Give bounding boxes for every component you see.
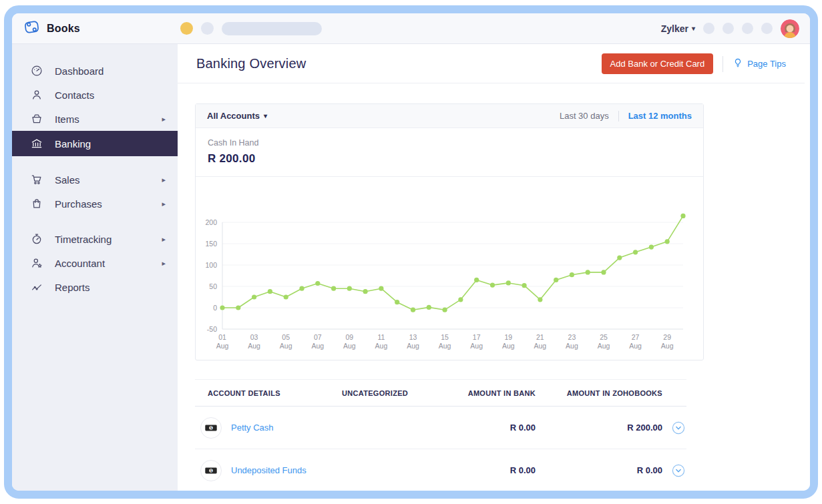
items-icon [30, 112, 43, 125]
svg-text:07: 07 [314, 333, 322, 341]
svg-text:15: 15 [441, 333, 449, 341]
chevron-right-icon: ▸ [162, 115, 166, 123]
amount-in-bank: R 0.00 [455, 465, 536, 475]
sidebar-item-reports[interactable]: Reports [12, 275, 178, 299]
topbar: Books Zylker ▾ [12, 13, 810, 44]
topbar-icon-placeholder[interactable] [703, 23, 714, 34]
chevron-right-icon: ▸ [162, 176, 166, 184]
accounts-table: ACCOUNT DETAILS UNCATEGORIZED AMOUNT IN … [195, 379, 686, 491]
contacts-icon [30, 88, 43, 101]
card-filter-bar: All Accounts ▾ Last 30 daysLast 12 month… [196, 104, 703, 128]
sidebar-item-label: Sales [55, 174, 162, 186]
account-cell: $Undeposited Funds [195, 460, 342, 481]
header-actions: Add Bank or Credit Card Page Tips [602, 53, 786, 74]
cash-summary-label: Cash In Hand [208, 138, 691, 148]
sidebar-item-label: Banking [55, 138, 166, 150]
topbar-right: Zylker ▾ [661, 19, 799, 38]
svg-text:Aug: Aug [502, 342, 515, 350]
svg-text:23: 23 [568, 333, 576, 341]
svg-text:Aug: Aug [470, 342, 483, 350]
svg-text:Aug: Aug [311, 342, 324, 350]
svg-text:Aug: Aug [534, 342, 547, 350]
page-title: Banking Overview [196, 56, 306, 71]
svg-text:Aug: Aug [343, 342, 356, 350]
svg-text:11: 11 [377, 333, 385, 341]
accountant-icon [30, 256, 43, 270]
svg-text:29: 29 [663, 333, 671, 341]
chevron-right-icon: ▸ [162, 235, 166, 244]
svg-text:01: 01 [218, 333, 226, 341]
svg-text:$: $ [210, 426, 212, 430]
topbar-search-pill[interactable] [222, 22, 322, 35]
brand: Books [23, 18, 80, 39]
sales-icon [30, 173, 43, 186]
account-cell: $Petty Cash [195, 417, 342, 439]
cash-summary-value: R 200.00 [208, 152, 691, 166]
sidebar-item-items[interactable]: Items▸ [12, 107, 178, 131]
sidebar-item-label: Reports [55, 282, 166, 293]
page-header: Banking Overview Add Bank or Credit Card… [178, 44, 805, 83]
amount-in-zohobooks: R 0.00 [536, 465, 662, 475]
range-option-last-12-months[interactable]: Last 12 months [628, 111, 692, 121]
svg-text:Aug: Aug [439, 342, 451, 350]
sidebar-item-label: Timetracking [55, 234, 162, 245]
svg-text:$: $ [210, 469, 212, 473]
nav-group: Sales▸Purchases▸ [12, 168, 178, 216]
page-tips-button[interactable]: Page Tips [733, 57, 786, 70]
sidebar-item-banking[interactable]: Banking [12, 131, 178, 156]
sidebar-item-dashboard[interactable]: Dashboard [12, 59, 178, 83]
lightbulb-icon [733, 57, 743, 70]
svg-text:21: 21 [536, 333, 544, 341]
svg-text:-50: -50 [207, 325, 217, 333]
status-dot [180, 22, 193, 35]
page-tips-label: Page Tips [747, 59, 786, 69]
sidebar-item-contacts[interactable]: Contacts [12, 83, 178, 107]
svg-text:19: 19 [504, 333, 512, 341]
svg-text:Aug: Aug [280, 342, 292, 350]
avatar[interactable] [781, 19, 799, 38]
account-link[interactable]: Undeposited Funds [231, 465, 306, 475]
column-header: AMOUNT IN ZOHOBOOKS [536, 389, 662, 397]
sidebar-item-timetracking[interactable]: Timetracking▸ [12, 227, 178, 251]
main-content: Banking Overview Add Bank or Credit Card… [178, 44, 810, 491]
column-header: AMOUNT IN BANK [455, 389, 536, 397]
timetracking-icon [30, 232, 43, 246]
row-expand-button[interactable] [662, 464, 686, 477]
sidebar-item-label: Purchases [55, 198, 162, 210]
sidebar-item-accountant[interactable]: Accountant▸ [12, 251, 178, 275]
balance-chart: -5005010015020001Aug03Aug05Aug07Aug09Aug… [196, 177, 703, 360]
svg-text:Aug: Aug [661, 342, 674, 350]
chevron-right-icon: ▸ [162, 200, 166, 208]
chevron-down-icon: ▾ [692, 25, 695, 32]
chevron-down-icon [672, 421, 685, 435]
accounts-dropdown-label: All Accounts [207, 111, 260, 121]
table-row: $Undeposited FundsR 0.00R 0.00 [195, 449, 686, 491]
org-dropdown[interactable]: Zylker ▾ [661, 23, 695, 34]
nav-group: DashboardContactsItems▸Banking [12, 59, 178, 156]
app-window: Books Zylker ▾ [4, 5, 818, 499]
chevron-right-icon: ▸ [162, 259, 166, 268]
row-expand-button[interactable] [662, 421, 686, 435]
table-header: ACCOUNT DETAILS UNCATEGORIZED AMOUNT IN … [195, 379, 686, 407]
cash-icon: $ [200, 460, 222, 481]
account-link[interactable]: Petty Cash [231, 423, 274, 433]
svg-text:17: 17 [473, 333, 481, 341]
svg-text:0: 0 [213, 304, 217, 312]
topbar-icon-placeholder[interactable] [742, 23, 753, 34]
svg-text:100: 100 [205, 261, 217, 269]
table-body: $Petty CashR 0.00R 200.00$Undeposited Fu… [195, 407, 686, 491]
svg-text:Aug: Aug [375, 342, 388, 350]
topbar-icon-placeholder[interactable] [761, 23, 773, 34]
add-bank-button[interactable]: Add Bank or Credit Card [602, 53, 714, 74]
accounts-dropdown[interactable]: All Accounts ▾ [207, 111, 267, 121]
sidebar-item-purchases[interactable]: Purchases▸ [12, 192, 178, 216]
topbar-icon-placeholder[interactable] [723, 23, 734, 34]
svg-text:Aug: Aug [598, 342, 610, 350]
reports-icon [30, 280, 43, 294]
cash-summary: Cash In Hand R 200.00 [196, 128, 703, 177]
svg-text:150: 150 [205, 240, 217, 248]
sidebar-item-label: Accountant [55, 258, 162, 269]
column-header: UNCATEGORIZED [342, 389, 455, 397]
sidebar-item-sales[interactable]: Sales▸ [12, 168, 178, 192]
range-option-last-30-days[interactable]: Last 30 days [560, 111, 609, 121]
